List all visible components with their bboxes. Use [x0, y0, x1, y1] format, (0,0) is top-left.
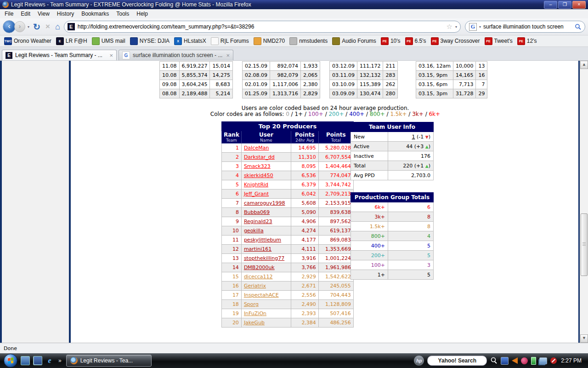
history-date: 03.12.09 [330, 62, 357, 71]
groups-title: Production Group Totals [351, 193, 434, 202]
producer-rank: 17 [222, 291, 242, 300]
bookmark-tweet-s[interactable]: PETweet's [482, 36, 515, 46]
quick-launch-overflow-icon[interactable]: » [57, 357, 63, 364]
start-button[interactable] [4, 354, 17, 368]
window-switcher-icon[interactable] [33, 356, 42, 365]
producer-user-cell: Geriatrix [241, 282, 291, 291]
search-bar[interactable]: G ▾ surface illumination touch screen [465, 21, 585, 33]
menu-file[interactable]: File [1, 10, 17, 18]
bookmark-nyse-djia[interactable]: NYSE: DJIA [128, 36, 172, 46]
internet-explorer-icon[interactable]: e [45, 356, 54, 365]
producer-user-link[interactable]: peskylittlebum [244, 237, 281, 243]
menu-view[interactable]: View [34, 10, 53, 18]
bookmark-10-s[interactable]: PE10's [379, 36, 403, 46]
producer-user-link[interactable]: stopthekilling77 [244, 255, 284, 261]
bookmark-r-l-forums[interactable]: R|L Forums [209, 36, 251, 46]
tray-audio-icon[interactable] [512, 357, 518, 364]
producer-user-link[interactable]: martini161 [244, 246, 271, 252]
close-button[interactable]: × [572, 1, 586, 9]
bookmark-nmd270[interactable]: NMD270 [251, 36, 287, 46]
producer-user-link[interactable]: InFuZiOn [244, 310, 266, 316]
group-label: 100+ [351, 260, 388, 270]
yahoo-search-input[interactable]: Yahoo! Search [427, 356, 487, 366]
tray-antivirus-icon[interactable] [521, 357, 528, 364]
url-bar[interactable]: E http://folding.extremeoverclocking.com… [64, 21, 461, 33]
up-arrow-icon: ▲ [425, 164, 429, 168]
maximize-button[interactable]: ❐ [558, 1, 571, 9]
producer-user-link[interactable]: Smack323 [244, 163, 271, 169]
history-value: 283 [383, 71, 398, 80]
bookmark-lr-f-h[interactable]: ELR F@H [54, 36, 90, 46]
producer-user-link[interactable]: dicecca112 [244, 274, 273, 280]
menu-help[interactable]: Help [133, 10, 152, 18]
scroll-up-icon[interactable]: ▲ [580, 61, 588, 69]
producer-points-total: 897,562 [318, 217, 353, 226]
bookmark-nmstudents[interactable]: nmstudents [287, 36, 330, 46]
producer-user-link[interactable]: DMB2000uk [244, 264, 275, 270]
user-info-link[interactable]: 1 [412, 134, 415, 140]
producer-user-link[interactable]: geokilla [244, 228, 264, 234]
tab-team-summary[interactable]: E Legit Reviews - Team Summary - ... × [2, 50, 117, 60]
search-magnifier-icon[interactable] [575, 23, 581, 30]
producer-user-link[interactable]: Geriatrix [244, 283, 266, 289]
bookmark-3way-crossover[interactable]: PE3way Crossover [429, 36, 482, 46]
producer-user-link[interactable]: Sporg [244, 301, 259, 307]
yahoo-magnifier-icon[interactable] [490, 357, 498, 364]
reload-button[interactable]: ↻ [32, 22, 42, 32]
producer-user-link[interactable]: DaIceMan [244, 145, 269, 151]
bookmark-orono-weather[interactable]: TWCOrono Weather [2, 36, 54, 46]
producer-user-link[interactable]: Jeff_Grant [244, 191, 269, 197]
producer-user-link[interactable]: Reginald23 [244, 218, 272, 224]
search-input[interactable]: surface illumination touch screen [483, 23, 572, 30]
taskbar-clock[interactable]: 2:27 PM [561, 357, 582, 364]
back-button[interactable]: ‹ [3, 20, 16, 33]
color-code-200plus: 200+ [328, 111, 344, 117]
tab-google-search[interactable]: G surface illumination touch screen - ..… [119, 50, 233, 60]
bookmark-label: Tweet's [494, 38, 513, 44]
producer-rank: 14 [222, 263, 242, 272]
stop-button[interactable]: × [44, 22, 51, 31]
bookmark-audio-forums[interactable]: Audio Forums [330, 36, 379, 46]
column-header: UserName [241, 131, 291, 144]
producer-user-link[interactable]: camaroguy1998 [244, 200, 285, 206]
bookmark-12-s[interactable]: PE12's [515, 36, 539, 46]
forward-button[interactable]: › [14, 21, 25, 32]
show-desktop-icon[interactable] [21, 356, 30, 365]
bookmark-star-icon[interactable]: ☆ [447, 23, 452, 31]
bookmark-hlstatsx[interactable]: XHLstatsX [172, 36, 209, 46]
bookmark-6-5-s[interactable]: PE6.5's [403, 36, 429, 46]
menu-bookmarks[interactable]: Bookmarks [78, 10, 113, 18]
tray-volume-muted-icon[interactable] [550, 357, 557, 364]
producer-rank: 20 [222, 318, 242, 328]
menu-tools[interactable]: Tools [113, 10, 133, 18]
bookmarks-toolbar: TWCOrono WeatherELR F@HUMS mailNYSE: DJI… [0, 35, 588, 47]
tab-close-icon[interactable]: × [109, 52, 113, 58]
minimize-button[interactable]: – [544, 1, 557, 9]
url-dropdown-icon[interactable]: ▾ [455, 25, 457, 29]
menu-history[interactable]: History [53, 10, 78, 18]
producer-user-link[interactable]: JakeGub [244, 320, 265, 326]
bookmark-label: NMD270 [263, 38, 285, 44]
scroll-down-icon[interactable]: ▼ [580, 334, 588, 343]
producer-points-total: 486,256 [318, 318, 353, 328]
tab-close-icon[interactable]: × [226, 52, 230, 58]
vertical-scrollbar[interactable]: ▲ ▼ [580, 61, 588, 343]
producer-rank: 11 [222, 236, 242, 245]
producer-user-link[interactable]: InspectahACE [244, 292, 279, 298]
tray-battery-icon[interactable] [531, 357, 536, 365]
home-button[interactable]: ⌂ [54, 22, 62, 32]
bookmark-ums-mail[interactable]: UMS mail [90, 36, 128, 46]
producer-user-link[interactable]: Bubba069 [244, 209, 270, 215]
producer-user-link[interactable]: skierkid450 [244, 172, 273, 178]
producer-user-link[interactable]: KnightRid [244, 182, 268, 188]
search-engine-dropdown-icon[interactable]: ▾ [479, 25, 481, 29]
tray-display-icon[interactable] [501, 357, 509, 365]
producer-user-link[interactable]: Darkstar_dd [244, 154, 275, 160]
url-input[interactable]: http://folding.extremeoverclocking.com/t… [78, 23, 444, 30]
history-dropdown-icon[interactable]: ▾ [28, 25, 29, 29]
tray-network-icon[interactable] [539, 357, 547, 364]
history-value: 130,474 [357, 89, 383, 98]
taskbar-window-button[interactable]: Legit Reviews - Tea... [66, 355, 152, 367]
menu-edit[interactable]: Edit [17, 10, 34, 18]
scrollbar-thumb[interactable] [581, 213, 588, 276]
